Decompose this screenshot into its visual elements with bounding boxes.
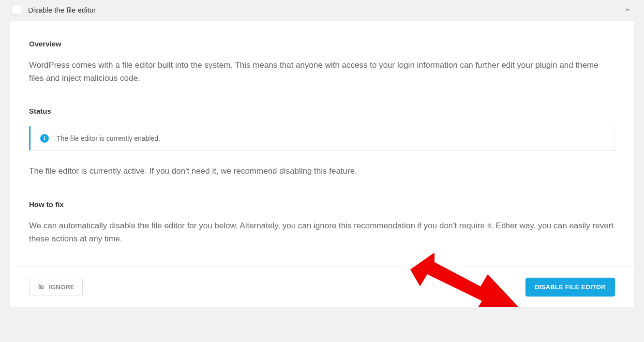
status-text: The file editor is currently active. If … [29,164,615,178]
status-notice: i The file editor is currently enabled. [29,126,615,151]
chevron-up-icon[interactable] [623,5,632,15]
ignore-button-label: IGNORE [49,284,75,290]
ignore-button[interactable]: IGNORE [29,278,83,296]
howfix-heading: How to fix [29,200,615,208]
panel-header[interactable]: Disable the file editor [10,0,634,21]
panel-footer: IGNORE DISABLE FILE EDITOR [10,267,634,307]
overview-text: WordPress comes with a file editor built… [29,59,615,85]
disable-file-editor-button-label: DISABLE FILE EDITOR [535,284,606,290]
info-icon: i [40,134,49,143]
overview-heading: Overview [29,40,615,48]
howfix-text: We can automatically disable the file ed… [29,219,615,245]
panel-body: Overview WordPress comes with a file edi… [10,21,634,307]
disable-file-editor-button[interactable]: DISABLE FILE EDITOR [525,278,615,297]
status-notice-text: The file editor is currently enabled. [57,134,160,142]
eye-off-icon [37,283,45,291]
status-heading: Status [29,107,615,115]
checkbox-toggle[interactable] [12,5,21,15]
panel-title: Disable the file editor [28,6,96,14]
